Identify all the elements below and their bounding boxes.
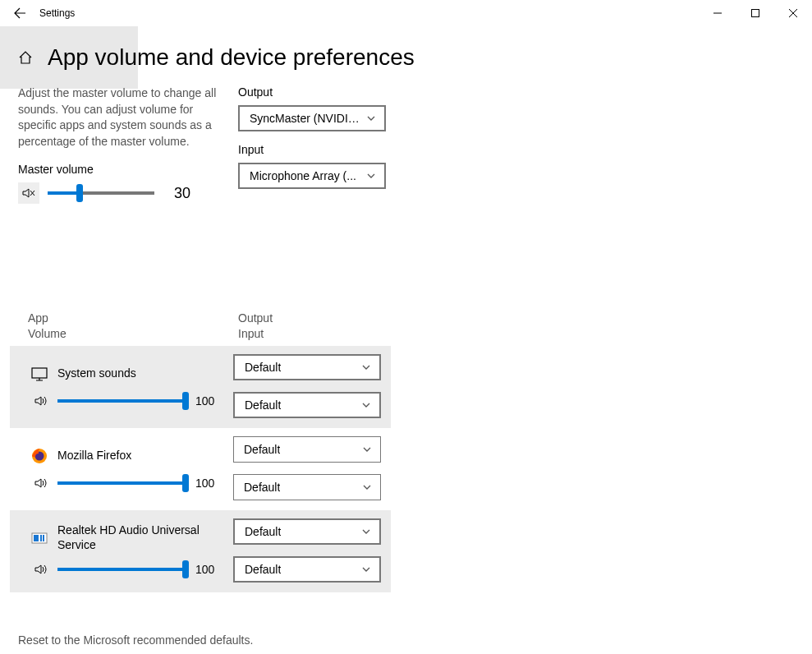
output-device-dropdown[interactable]: SyncMaster (NVIDIA... [238, 105, 386, 131]
close-button[interactable] [774, 0, 812, 26]
input-device-value: Microphone Array (... [250, 169, 356, 182]
svg-rect-6 [40, 535, 42, 541]
minimize-icon [713, 9, 722, 17]
maximize-button[interactable] [736, 0, 774, 26]
chevron-down-icon [366, 113, 376, 123]
monitor-icon [30, 365, 48, 383]
output-device-value: SyncMaster (NVIDIA... [250, 112, 361, 125]
column-header-input: Input [238, 326, 273, 341]
chevron-down-icon [362, 444, 372, 454]
app-row: Mozilla Firefox100DefaultDefault [10, 428, 391, 510]
app-volume-value: 100 [195, 477, 214, 490]
app-output-dropdown[interactable]: Default [233, 354, 381, 380]
window-title: Settings [39, 7, 75, 19]
app-row: System sounds100DefaultDefault [10, 346, 391, 428]
app-volume-slider[interactable] [57, 399, 186, 403]
app-output-dropdown[interactable]: Default [233, 518, 381, 545]
app-name: Realtek HD Audio Universal Service [57, 523, 222, 552]
master-mute-button[interactable] [18, 182, 39, 204]
input-label: Input [238, 143, 386, 156]
firefox-icon [30, 447, 48, 465]
master-volume-slider[interactable] [48, 191, 154, 195]
app-volume-value: 100 [195, 394, 214, 408]
app-input-value: Default [245, 563, 281, 576]
speaker-mute-icon [22, 187, 35, 200]
app-output-value: Default [245, 525, 281, 538]
app-input-value: Default [245, 398, 281, 412]
app-icon [30, 446, 49, 466]
chevron-down-icon [362, 482, 372, 492]
minimize-button[interactable] [699, 0, 736, 26]
app-volume-value: 100 [195, 563, 214, 576]
content-area: App volume and device preferences Adjust… [0, 26, 812, 654]
app-output-value: Default [244, 443, 280, 456]
app-mute-button[interactable] [34, 394, 49, 408]
speaker-icon [34, 394, 49, 408]
app-icon [30, 528, 49, 548]
app-name: System sounds [57, 366, 136, 381]
svg-rect-7 [43, 535, 44, 541]
svg-rect-1 [32, 368, 47, 378]
home-icon[interactable] [18, 50, 33, 65]
app-input-dropdown[interactable]: Default [233, 392, 381, 418]
output-label: Output [238, 85, 386, 99]
app-icon [30, 364, 49, 384]
app-name: Mozilla Firefox [57, 449, 131, 463]
titlebar: Settings [0, 0, 812, 26]
chevron-down-icon [361, 400, 371, 410]
page-title: App volume and device preferences [48, 44, 415, 71]
back-button[interactable] [0, 0, 39, 26]
chevron-down-icon [366, 171, 376, 181]
app-volume-slider[interactable] [57, 568, 186, 571]
chevron-down-icon [361, 527, 371, 537]
column-header-app: App [28, 311, 238, 325]
column-header-output: Output [238, 311, 273, 325]
speaker-icon [34, 562, 49, 577]
app-input-dropdown[interactable]: Default [233, 474, 381, 500]
chevron-down-icon [361, 564, 371, 574]
app-mute-button[interactable] [34, 562, 49, 577]
maximize-icon [751, 9, 759, 17]
speaker-icon [34, 476, 49, 490]
master-volume-value: 30 [174, 185, 190, 202]
close-icon [789, 9, 797, 17]
app-input-value: Default [244, 481, 280, 494]
svg-rect-0 [752, 10, 759, 17]
app-output-value: Default [245, 361, 281, 374]
svg-rect-5 [34, 535, 39, 541]
app-volume-slider[interactable] [57, 481, 186, 485]
reset-description: Reset to the Microsoft recommended defau… [18, 633, 812, 647]
arrow-left-icon [13, 7, 26, 20]
app-mute-button[interactable] [34, 476, 49, 490]
master-volume-label: Master volume [18, 163, 220, 176]
page-description: Adjust the master volume to change all s… [18, 85, 220, 150]
app-row: Realtek HD Audio Universal Service100Def… [10, 510, 391, 592]
realtek-icon [30, 529, 48, 547]
chevron-down-icon [361, 362, 371, 372]
app-input-dropdown[interactable]: Default [233, 556, 381, 583]
app-output-dropdown[interactable]: Default [233, 436, 381, 463]
input-device-dropdown[interactable]: Microphone Array (... [238, 163, 386, 189]
column-header-volume: Volume [28, 326, 238, 341]
